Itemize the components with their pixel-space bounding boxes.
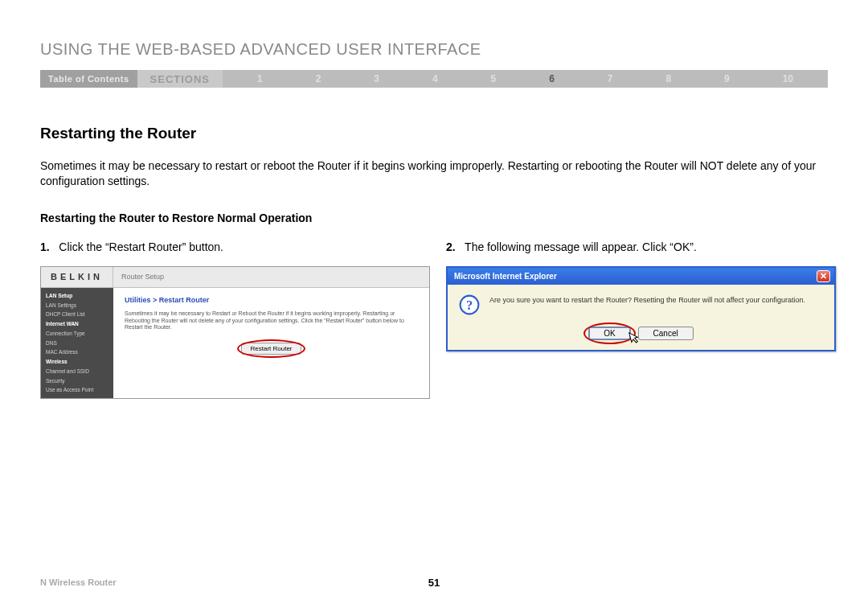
section-heading: Restarting the Router (40, 125, 828, 142)
page-main-title: USING THE WEB-BASED ADVANCED USER INTERF… (40, 40, 828, 59)
router-setup-label: Router Setup (113, 273, 164, 281)
router-ui-header: BELKIN Router Setup (41, 267, 429, 288)
ok-button[interactable]: OK (588, 327, 630, 340)
sidebar-item[interactable]: Internet WAN (41, 319, 113, 329)
sidebar-item[interactable]: Use as Access Point (41, 385, 113, 395)
product-name: N Wireless Router (40, 577, 117, 587)
section-link-6[interactable]: 6 (549, 73, 555, 84)
router-content: Utilities > Restart Router Sometimes it … (113, 288, 429, 398)
dialog-message: Are you sure you want to restart the Rou… (489, 294, 805, 304)
page-footer: N Wireless Router 51 (40, 577, 828, 587)
restart-router-label: Restart Router (250, 345, 292, 352)
restart-router-button[interactable]: Restart Router (241, 343, 301, 355)
router-ui-screenshot: BELKIN Router Setup LAN Setup LAN Settin… (40, 266, 430, 399)
page-number: 51 (428, 577, 440, 589)
dialog-body: ? Are you sure you want to restart the R… (448, 285, 834, 350)
section-link-4[interactable]: 4 (432, 73, 438, 84)
sidebar-item[interactable]: LAN Setup (41, 291, 113, 301)
left-column: 1. Click the “Restart Router” button. BE… (40, 240, 422, 399)
sections-label: SECTIONS (137, 70, 223, 88)
section-numbers: 1 2 3 4 5 6 7 8 9 10 (223, 70, 828, 88)
sidebar-item[interactable]: Security (41, 376, 113, 386)
svg-text:?: ? (466, 298, 473, 312)
sub-heading: Restarting the Router to Restore Normal … (40, 212, 828, 224)
dialog-titlebar: Microsoft Internet Explorer ✕ (448, 268, 834, 285)
step-2-text: The following message will appear. Click… (465, 240, 697, 253)
right-column: 2. The following message will appear. Cl… (446, 240, 828, 399)
ie-dialog: Microsoft Internet Explorer ✕ ? Are (446, 266, 836, 351)
sidebar-item[interactable]: Connection Type (41, 329, 113, 339)
step-1-text: Click the “Restart Router” button. (59, 240, 223, 253)
question-icon: ? (459, 294, 480, 315)
cancel-button-label: Cancel (653, 329, 678, 338)
section-nav-bar: Table of Contents SECTIONS 1 2 3 4 5 6 7… (40, 70, 828, 88)
router-desc-text: Sometimes it may be necessary to Restart… (125, 310, 418, 331)
sidebar-item[interactable]: Wireless (41, 357, 113, 367)
sidebar-item[interactable]: LAN Settings (41, 301, 113, 310)
ok-button-label: OK (604, 329, 615, 338)
section-link-10[interactable]: 10 (783, 73, 793, 84)
sidebar-item[interactable]: DHCP Client List (41, 310, 113, 319)
step-2-number: 2. (446, 240, 456, 253)
breadcrumb[interactable]: Utilities > Restart Router (125, 296, 418, 304)
step-1: 1. Click the “Restart Router” button. (40, 240, 422, 253)
belkin-logo: BELKIN (41, 267, 113, 287)
toc-link[interactable]: Table of Contents (40, 70, 137, 88)
step-2: 2. The following message will appear. Cl… (446, 240, 828, 253)
sidebar-item[interactable]: DNS (41, 339, 113, 348)
cancel-button[interactable]: Cancel (638, 327, 694, 340)
section-link-3[interactable]: 3 (374, 73, 379, 84)
section-link-7[interactable]: 7 (608, 73, 613, 84)
close-icon: ✕ (820, 271, 827, 281)
intro-paragraph: Sometimes it may be necessary to restart… (40, 158, 828, 189)
router-sidebar: LAN Setup LAN Settings DHCP Client List … (41, 288, 113, 398)
section-link-2[interactable]: 2 (316, 73, 321, 84)
sidebar-item[interactable]: Channel and SSID (41, 367, 113, 376)
section-link-5[interactable]: 5 (491, 73, 497, 84)
close-button[interactable]: ✕ (817, 270, 830, 282)
dialog-title-text: Microsoft Internet Explorer (454, 272, 557, 281)
section-link-1[interactable]: 1 (257, 73, 263, 84)
step-1-number: 1. (40, 240, 50, 253)
section-link-8[interactable]: 8 (665, 73, 671, 84)
sidebar-item[interactable]: MAC Address (41, 347, 113, 357)
section-link-9[interactable]: 9 (724, 73, 730, 84)
